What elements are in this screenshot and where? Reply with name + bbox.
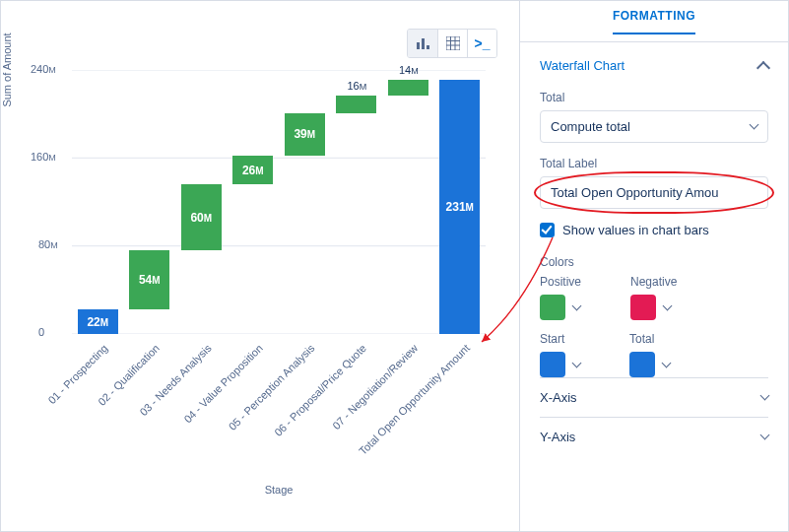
chevron-down-icon xyxy=(760,391,770,401)
chevron-down-icon xyxy=(663,300,673,310)
color-start[interactable] xyxy=(540,352,580,377)
label-total-color: Total xyxy=(629,332,670,346)
bar-value: 26M xyxy=(232,164,273,177)
x-category: 07 - Negotiation/Review xyxy=(331,342,421,432)
bar[interactable] xyxy=(388,80,428,96)
bar[interactable]: 26M xyxy=(232,156,273,184)
chevron-down-icon xyxy=(760,431,770,440)
label-total: Total xyxy=(540,91,768,104)
y-tick: 240M xyxy=(31,63,56,75)
show-values-checkbox[interactable]: Show values in chart bars xyxy=(540,223,768,237)
label-positive: Positive xyxy=(540,275,581,289)
bars-layer: 22M54M60M26M39M231M xyxy=(72,70,486,334)
chevron-down-icon xyxy=(572,358,582,367)
chevron-down-icon xyxy=(662,358,672,367)
section-y-axis[interactable]: Y-Axis xyxy=(540,417,768,456)
y-tick: 160M xyxy=(31,151,56,163)
chart-toolbar: >_ xyxy=(407,29,497,58)
y-axis-title: Sum of Amount xyxy=(1,0,13,202)
bar-value: 39M xyxy=(285,127,325,141)
bar-value: 231M xyxy=(439,200,480,214)
bar-value: 60M xyxy=(181,211,222,225)
chevron-down-icon xyxy=(572,300,582,310)
y-tick: 80M xyxy=(38,238,58,250)
section-waterfall[interactable]: Waterfall Chart xyxy=(540,54,768,77)
x-category: 05 - Perception Analysis xyxy=(227,342,317,432)
bar[interactable]: 60M xyxy=(181,184,222,250)
tab-formatting[interactable]: FORMATTING xyxy=(520,1,788,42)
color-negative[interactable] xyxy=(630,295,677,320)
svg-rect-0 xyxy=(417,42,420,49)
total-select[interactable]: Compute total xyxy=(540,110,768,143)
svg-rect-1 xyxy=(422,38,425,49)
total-label-input[interactable] xyxy=(540,176,768,209)
chevron-down-icon xyxy=(750,120,759,130)
bar[interactable] xyxy=(336,96,376,113)
x-axis-title: Stage xyxy=(72,484,486,496)
color-positive[interactable] xyxy=(540,295,581,320)
label-negative: Negative xyxy=(630,275,677,289)
x-category: Total Open Opportunity Amount xyxy=(357,342,472,457)
formatting-panel: FORMATTING Waterfall Chart Total Compute… xyxy=(520,1,788,531)
label-start: Start xyxy=(540,332,580,346)
svg-rect-2 xyxy=(427,45,429,49)
section-x-axis[interactable]: X-Axis xyxy=(540,377,768,417)
label-colors: Colors xyxy=(540,255,768,269)
query-button[interactable]: >_ xyxy=(467,30,496,57)
color-total[interactable] xyxy=(629,352,670,377)
bar-value: 54M xyxy=(129,273,169,287)
bar[interactable]: 39M xyxy=(285,113,325,157)
table-mode-button[interactable] xyxy=(437,30,467,57)
label-total-label: Total Label xyxy=(540,157,768,170)
chevron-up-icon xyxy=(756,60,770,74)
x-categories: 01 - Prospecting02 - Qualification03 - N… xyxy=(72,342,486,490)
check-icon xyxy=(540,223,555,237)
bar[interactable]: 231M xyxy=(439,80,480,334)
y-tick: 0 xyxy=(38,326,44,338)
x-category: 06 - Proposal/Price Quote xyxy=(272,342,368,438)
chart-mode-button[interactable] xyxy=(408,30,437,57)
bar[interactable]: 22M xyxy=(78,309,118,334)
bar-value: 22M xyxy=(78,315,118,329)
chart-area: >_ Sum of Amount 0 80M 160M 240M 22M54M6… xyxy=(1,1,520,531)
bar[interactable]: 54M xyxy=(129,250,169,309)
svg-rect-3 xyxy=(446,36,460,50)
